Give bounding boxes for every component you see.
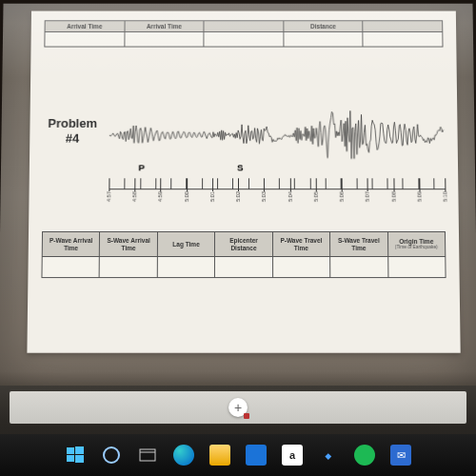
axis-tick-label: 4:57 — [106, 191, 111, 202]
previous-problem-table-partial: Arrival Time Arrival Time Distance — [44, 20, 443, 48]
problem-number: #4 — [66, 131, 80, 146]
axis-tick-label: 5:09 — [416, 191, 422, 202]
answer-table-header: P-Wave Travel Time — [272, 232, 330, 257]
axis-tick — [419, 178, 420, 191]
browser-tab-strip: + — [10, 391, 466, 424]
s-marker: S — [237, 163, 244, 172]
new-tab-button[interactable]: + — [228, 398, 248, 417]
prev-cell — [284, 32, 364, 48]
axis-tick — [135, 178, 136, 191]
prev-header: Distance — [284, 21, 364, 32]
axis-tick-label: 5:01 — [209, 191, 215, 202]
prev-header — [363, 21, 443, 32]
axis-tick — [367, 178, 368, 191]
axis-tick-label: 5:00 — [184, 191, 189, 202]
answer-table-header: Origin Time(Time of Earthquake) — [387, 232, 446, 257]
mail-button[interactable]: ✉ — [390, 445, 411, 466]
seismogram-chart: P S 4:574:584:595:005:015:025:035:045:05… — [109, 99, 445, 207]
axis-tick — [187, 178, 188, 191]
task-view-button[interactable] — [137, 445, 158, 466]
axis-tick-label: 4:59 — [158, 191, 164, 202]
answer-table: P-Wave Arrival TimeS-Wave Arrival TimeLa… — [41, 231, 446, 278]
time-axis: 4:574:584:595:005:015:025:035:045:055:06… — [109, 178, 445, 207]
axis-tick — [109, 178, 109, 191]
axis-tick-label: 5:03 — [261, 191, 267, 202]
axis-tick — [342, 178, 343, 191]
prev-cell — [45, 32, 125, 48]
prev-header — [204, 21, 284, 32]
axis-tick — [238, 178, 239, 191]
plus-icon: + — [234, 400, 242, 415]
axis-tick — [161, 178, 162, 191]
prev-cell — [124, 32, 204, 48]
start-button[interactable] — [65, 445, 86, 466]
answer-cell — [330, 256, 388, 277]
prev-cell — [204, 32, 284, 48]
axis-tick-label: 5:05 — [313, 191, 319, 202]
axis-tick — [393, 178, 394, 191]
worksheet-page: Arrival Time Arrival Time Distance Probl… — [27, 11, 460, 353]
problem-title: Problem #4 — [43, 99, 102, 147]
edge-button[interactable] — [173, 445, 194, 466]
axis-tick-label: 4:58 — [131, 191, 137, 202]
windows-taskbar: a ⬥ ✉ — [0, 434, 476, 476]
axis-tick-label: 5:08 — [390, 191, 396, 202]
answer-cell — [157, 256, 215, 277]
prev-cell — [363, 32, 443, 48]
problem-word: Problem — [48, 116, 97, 130]
svg-rect-2 — [67, 455, 74, 462]
photo-of-screen: Arrival Time Arrival Time Distance Probl… — [0, 4, 476, 392]
answer-table-header: P-Wave Arrival Time — [42, 232, 100, 257]
prev-header: Arrival Time — [125, 21, 205, 32]
svg-rect-0 — [67, 447, 74, 454]
store-button[interactable] — [246, 445, 267, 466]
axis-tick-label: 5:07 — [365, 191, 370, 202]
answer-cell — [387, 256, 446, 277]
svg-rect-3 — [75, 455, 84, 463]
axis-tick — [445, 178, 446, 191]
axis-tick-label: 5:06 — [339, 191, 345, 202]
spotify-button[interactable] — [354, 445, 375, 466]
axis-tick — [289, 178, 290, 191]
answer-table-header: S-Wave Arrival Time — [100, 232, 158, 257]
answer-cell — [42, 256, 100, 277]
answer-cell — [215, 256, 273, 277]
svg-rect-4 — [140, 449, 155, 461]
notification-badge — [244, 413, 249, 419]
axis-tick-label: 5:02 — [235, 191, 241, 202]
task-view-icon — [139, 448, 156, 462]
cortana-icon — [103, 446, 120, 464]
axis-tick — [264, 178, 265, 191]
cortana-button[interactable] — [101, 445, 122, 466]
dropbox-button[interactable]: ⬥ — [318, 445, 339, 466]
answer-table-header: Epicenter Distance — [215, 232, 273, 257]
axis-tick-label: 5:10 — [442, 191, 447, 202]
axis-tick-label: 5:04 — [287, 191, 292, 202]
p-marker: P — [138, 163, 145, 172]
prev-header: Arrival Time — [45, 21, 125, 32]
answer-cell — [272, 256, 330, 277]
windows-icon — [67, 446, 84, 464]
answer-cell — [100, 256, 158, 277]
laptop-bezel-area: + a ⬥ ✉ — [0, 386, 476, 476]
answer-table-header: S-Wave Travel Time — [330, 232, 388, 257]
file-explorer-button[interactable] — [209, 445, 230, 466]
axis-tick — [316, 178, 317, 191]
axis-tick — [212, 178, 213, 191]
svg-rect-1 — [75, 446, 84, 454]
answer-table-header: Lag Time — [157, 232, 215, 257]
seismogram-svg: P S — [109, 99, 445, 176]
amazon-button[interactable]: a — [282, 445, 303, 466]
